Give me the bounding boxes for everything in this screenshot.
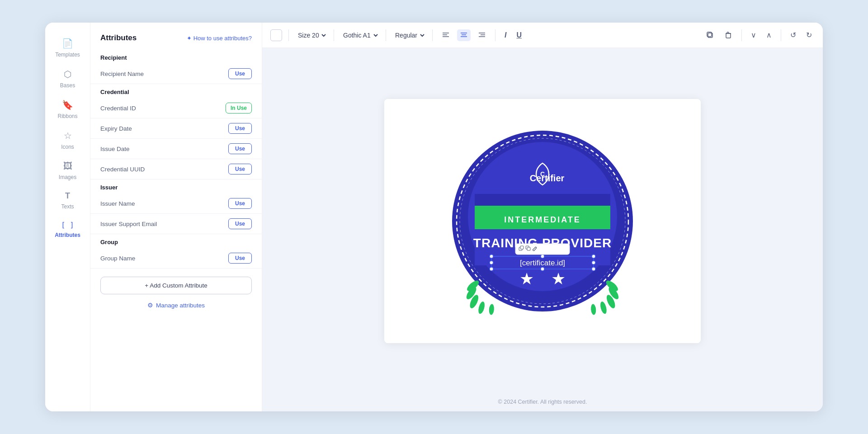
sidebar-item-icons-label: Icons: [61, 144, 74, 150]
sidebar-item-templates[interactable]: 📄 Templates: [45, 32, 90, 62]
move-down-button[interactable]: ∨: [748, 29, 759, 41]
svg-text:[certificate.id]: [certificate.id]: [520, 259, 565, 267]
svg-rect-18: [475, 194, 610, 206]
svg-rect-11: [726, 33, 731, 38]
texts-icon: T: [65, 191, 70, 201]
use-btn-issuer-email[interactable]: Use: [228, 218, 252, 229]
use-btn-issue-date[interactable]: Use: [228, 143, 252, 154]
use-btn-issuer-name[interactable]: Use: [228, 198, 252, 209]
divider-1: [288, 29, 289, 41]
footer: © 2024 Certifier. All rights reserved.: [262, 394, 823, 411]
icons-icon: ☆: [64, 130, 72, 141]
font-size-select[interactable]: Size 20 Size 16 Size 24 Size 32: [295, 31, 327, 39]
divider-6: [741, 29, 742, 41]
attr-row-issuer-email: Issuer Support Email Use: [90, 214, 262, 234]
svg-point-30: [489, 304, 495, 315]
sidebar-item-ribbons[interactable]: 🔖 Ribbons: [45, 93, 90, 124]
svg-point-29: [477, 301, 486, 315]
manage-attributes-link[interactable]: ⚙ Manage attributes: [90, 299, 262, 317]
attr-label-issue-date: Issue Date: [100, 146, 130, 152]
attr-row-credential-id: Credential ID In Use: [90, 98, 262, 118]
how-to-link[interactable]: ✦ How to use attributes?: [187, 35, 252, 42]
svg-point-44: [541, 267, 544, 271]
use-btn-group-name[interactable]: Use: [228, 253, 252, 264]
redo-button[interactable]: ↻: [803, 29, 815, 41]
templates-icon: 📄: [62, 38, 73, 49]
attr-label-expiry-date: Expiry Date: [100, 125, 132, 132]
attr-label-recipient-name: Recipient Name: [100, 71, 144, 77]
svg-point-40: [490, 267, 493, 271]
svg-point-37: [490, 255, 493, 258]
color-picker[interactable]: [270, 29, 282, 41]
sidebar-item-templates-label: Templates: [55, 52, 80, 58]
certificate-canvas[interactable]: C Certifier INTERMEDIATE TRAINING PROVID…: [384, 99, 701, 343]
divider-3: [386, 29, 386, 41]
svg-text:Certifier: Certifier: [530, 173, 565, 183]
svg-point-43: [592, 261, 595, 264]
attr-label-issuer-email: Issuer Support Email: [100, 221, 157, 227]
sidebar-item-ribbons-label: Ribbons: [57, 113, 77, 119]
undo-button[interactable]: ↺: [788, 29, 799, 41]
attr-row-recipient-name: Recipient Name Use: [90, 64, 262, 84]
attr-label-credential-id: Credential ID: [100, 105, 136, 112]
attr-row-issue-date: Issue Date Use: [90, 139, 262, 159]
attr-label-credential-uuid: Credential UUID: [100, 166, 145, 173]
attr-row-credential-uuid: Credential UUID Use: [90, 159, 262, 179]
bases-icon: ⬡: [64, 69, 71, 80]
align-left-button[interactable]: [439, 29, 453, 41]
section-group: Group: [90, 234, 262, 248]
canvas-area[interactable]: C Certifier INTERMEDIATE TRAINING PROVID…: [262, 48, 823, 394]
sidebar-item-bases-label: Bases: [60, 82, 75, 89]
section-recipient: Recipient: [90, 50, 262, 64]
delete-button[interactable]: [722, 29, 735, 41]
divider-2: [334, 29, 334, 41]
main-area: Size 20 Size 16 Size 24 Size 32 Gothic A…: [262, 23, 823, 411]
attr-label-group-name: Group Name: [100, 255, 135, 262]
toolbar: Size 20 Size 16 Size 24 Size 32 Gothic A…: [262, 23, 823, 48]
attr-row-issuer-name: Issuer Name Use: [90, 193, 262, 214]
sidebar-item-bases[interactable]: ⬡ Bases: [45, 62, 90, 93]
duplicate-button[interactable]: [703, 29, 717, 41]
in-use-btn-credential-id[interactable]: In Use: [226, 103, 252, 113]
attributes-icon: [ ]: [61, 221, 74, 229]
section-credential: Credential: [90, 84, 262, 98]
align-right-button[interactable]: [475, 29, 489, 41]
panel-title: Attributes: [100, 33, 137, 42]
italic-button[interactable]: I: [502, 29, 509, 41]
sidebar-item-texts[interactable]: T Texts: [45, 185, 90, 214]
move-up-button[interactable]: ∧: [764, 29, 774, 41]
svg-text:★: ★: [551, 269, 566, 288]
badge-svg: C Certifier INTERMEDIATE TRAINING PROVID…: [448, 126, 637, 316]
sidebar-item-attributes-label: Attributes: [55, 232, 80, 238]
underline-button[interactable]: U: [514, 29, 524, 41]
svg-point-41: [592, 267, 595, 271]
images-icon: 🖼: [63, 161, 72, 171]
attr-row-group-name: Group Name Use: [90, 248, 262, 269]
section-issuer: Issuer: [90, 179, 262, 193]
svg-point-39: [592, 255, 595, 258]
use-btn-recipient-name[interactable]: Use: [228, 68, 252, 79]
use-btn-credential-uuid[interactable]: Use: [228, 164, 252, 175]
attributes-panel: Attributes ✦ How to use attributes? Reci…: [90, 23, 262, 411]
font-family-select[interactable]: Gothic A1 Arial Roboto: [340, 31, 379, 39]
use-btn-expiry-date[interactable]: Use: [228, 123, 252, 134]
gear-icon: ⚙: [147, 302, 153, 309]
panel-header: Attributes ✦ How to use attributes?: [90, 23, 262, 50]
sidebar-item-images[interactable]: 🖼 Images: [45, 155, 90, 185]
font-weight-select[interactable]: Regular Bold Light: [392, 31, 426, 39]
attr-row-expiry-date: Expiry Date Use: [90, 118, 262, 139]
svg-text:INTERMEDIATE: INTERMEDIATE: [504, 215, 581, 224]
align-center-button[interactable]: [457, 29, 471, 41]
divider-5: [495, 29, 495, 41]
svg-rect-49: [527, 247, 530, 250]
ribbons-icon: 🔖: [62, 99, 73, 110]
svg-point-42: [490, 261, 493, 264]
attr-label-issuer-name: Issuer Name: [100, 200, 135, 207]
add-custom-attribute-button[interactable]: + Add Custom Attribute: [100, 277, 252, 294]
sidebar-item-images-label: Images: [59, 174, 76, 180]
sidebar-item-attributes[interactable]: [ ] Attributes: [45, 214, 90, 243]
svg-point-35: [590, 304, 596, 315]
sidebar-item-texts-label: Texts: [61, 203, 74, 210]
sidebar-item-icons[interactable]: ☆ Icons: [45, 124, 90, 155]
svg-text:★: ★: [519, 269, 534, 288]
